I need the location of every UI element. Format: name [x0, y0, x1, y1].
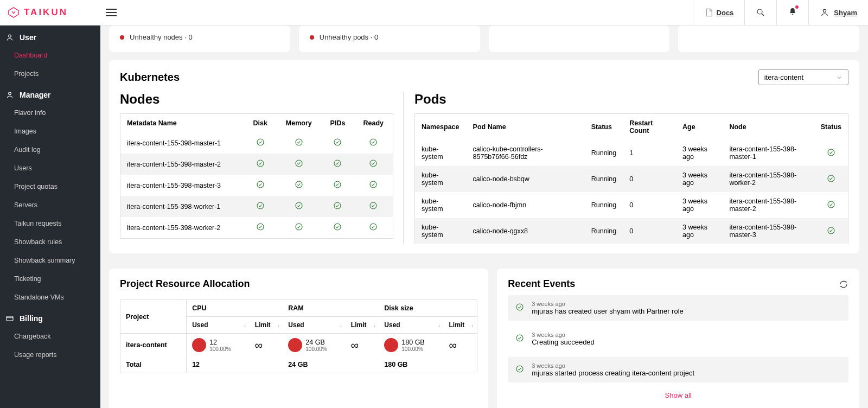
sidebar-item-projects[interactable]: Projects [0, 65, 100, 83]
pods-section: Pods NamespacePod NameStatusRestart Coun… [414, 92, 848, 244]
user-menu[interactable]: Shyam [808, 0, 868, 25]
group-icon [5, 314, 14, 323]
check-icon [515, 303, 524, 311]
event-time: 3 weeks ago [532, 362, 694, 369]
pod-ns: kube-system [415, 166, 467, 192]
cpu-pct: 100.00% [209, 346, 231, 352]
card-pods-health: Unhealthy pods · 0 [299, 25, 480, 52]
th-node-disk[interactable]: Disk [245, 114, 276, 133]
sidebar-item-usage-reports[interactable]: Usage reports [0, 346, 100, 364]
pod-status: Running [585, 166, 623, 192]
alloc-total-row: Total 12 24 GB 180 GB [120, 356, 477, 373]
group-icon [5, 91, 14, 99]
pod-row[interactable]: kube-systemcalico-node-bsbqwRunning03 we… [415, 166, 848, 192]
sidebar-group-user[interactable]: User [0, 25, 100, 46]
disk-used: 180 GB [401, 339, 424, 346]
th-pod-age[interactable]: Age [676, 114, 723, 141]
sidebar-item-project-quotas[interactable]: Project quotas [0, 177, 100, 196]
namespace-select[interactable]: itera-content [758, 69, 848, 85]
sidebar-item-dashboard[interactable]: Dashboard [0, 46, 100, 65]
event-item[interactable]: 3 weeks agoCreating succeeded [508, 326, 848, 352]
th-node-metadata-name[interactable]: Metadata Name [120, 114, 245, 133]
kubernetes-panel: Kubernetes itera-content Nodes Metadata … [109, 60, 859, 253]
th-node-pids[interactable]: PIDs [321, 114, 354, 133]
sidebar-item-users[interactable]: Users [0, 159, 100, 177]
sidebar-group-billing[interactable]: Billing [0, 307, 100, 327]
sidebar-item-showback-rules[interactable]: Showback rules [0, 233, 100, 251]
check-icon [827, 226, 835, 235]
th-cpu: CPU [187, 300, 283, 317]
th-ram-used[interactable]: Used↓ [283, 317, 346, 334]
docs-link[interactable]: Docs [693, 0, 744, 25]
sidebar-item-images[interactable]: Images [0, 122, 100, 141]
th-cpu-used[interactable]: Used↓ [187, 317, 250, 334]
th-ram-limit[interactable]: Limit↓ [346, 317, 379, 334]
th-pod-node[interactable]: Node [723, 114, 814, 141]
pod-row[interactable]: kube-systemcalico-node-qgxx8Running03 we… [415, 218, 848, 244]
th-node-memory[interactable]: Memory [276, 114, 321, 133]
status-dot-icon [120, 35, 124, 40]
node-name: itera-content-155-398-master-3 [120, 175, 245, 196]
pods-title: Pods [414, 92, 848, 107]
sidebar-item-flavor-info[interactable]: Flavor info [0, 104, 100, 122]
node-row[interactable]: itera-content-155-398-worker-1 [120, 196, 393, 217]
menu-toggle-icon[interactable] [106, 7, 117, 18]
check-icon [827, 174, 835, 183]
chevron-down-icon [836, 74, 843, 81]
th-pod-status[interactable]: Status [585, 114, 623, 141]
pod-ns: kube-system [415, 218, 467, 244]
main-content: Unhealthy nodes · 0 Unhealthy pods · 0 K… [100, 25, 868, 408]
search-button[interactable] [744, 0, 776, 25]
event-item[interactable]: 3 weeks agomjuras started process creati… [508, 357, 848, 382]
sidebar-group-manager[interactable]: Manager [0, 83, 100, 104]
th-node-ready[interactable]: Ready [354, 114, 393, 133]
event-time: 3 weeks ago [532, 331, 595, 338]
sidebar-item-showback-summary[interactable]: Showback summary [0, 251, 100, 270]
k8s-title: Kubernetes [120, 71, 180, 84]
sidebar-item-servers[interactable]: Servers [0, 196, 100, 214]
check-icon [256, 138, 265, 146]
event-item[interactable]: 3 weeks agomjuras has created user shyam… [508, 295, 848, 321]
node-row[interactable]: itera-content-155-398-master-3 [120, 175, 393, 196]
check-icon [369, 222, 378, 231]
pod-row[interactable]: kube-systemcalico-node-fbjmnRunning03 we… [415, 192, 848, 218]
pod-rc: 0 [623, 166, 676, 192]
th-disk-limit[interactable]: Limit↓ [444, 317, 477, 334]
th-pod-restart-count[interactable]: Restart Count [623, 114, 676, 141]
show-all-link[interactable]: Show all [665, 391, 692, 399]
pod-node: itera-content-155-398-master-1 [723, 140, 814, 166]
th-disk-used[interactable]: Used↓ [379, 317, 443, 334]
total-disk: 180 GB [379, 356, 477, 373]
search-icon [756, 8, 765, 17]
sidebar-item-taikun-requests[interactable]: Taikun requests [0, 214, 100, 233]
pod-row[interactable]: kube-systemcalico-kube-controllers-8575b… [415, 140, 848, 166]
unhealthy-nodes-label: Unhealthy nodes · 0 [130, 33, 193, 41]
check-icon [369, 138, 378, 146]
th-pod-status[interactable]: Status [814, 114, 848, 141]
node-row[interactable]: itera-content-155-398-worker-2 [120, 217, 393, 239]
th-cpu-limit[interactable]: Limit↓ [250, 317, 283, 334]
node-name: itera-content-155-398-master-2 [120, 154, 245, 175]
sidebar-item-chargeback[interactable]: Chargeback [0, 327, 100, 346]
notification-dot [795, 5, 799, 9]
sidebar: UserDashboardProjectsManagerFlavor infoI… [0, 25, 100, 408]
node-row[interactable]: itera-content-155-398-master-2 [120, 154, 393, 175]
nodes-table: Metadata NameDiskMemoryPIDsReady itera-c… [120, 113, 393, 239]
total-cpu: 12 [187, 356, 283, 373]
sidebar-item-standalone-vms[interactable]: Standalone VMs [0, 288, 100, 307]
th-project[interactable]: Project [120, 300, 187, 334]
th-pod-pod-name[interactable]: Pod Name [467, 114, 585, 141]
pod-rc: 0 [623, 192, 676, 218]
th-pod-namespace[interactable]: Namespace [415, 114, 467, 141]
sidebar-item-ticketing[interactable]: Ticketing [0, 270, 100, 288]
sidebar-item-audit-log[interactable]: Audit log [0, 141, 100, 159]
disk-pct: 100.00% [401, 346, 424, 352]
notifications-button[interactable] [776, 0, 808, 25]
pod-name: calico-kube-controllers-8575b76f66-56fdz [467, 140, 585, 166]
pod-age: 3 weeks ago [676, 192, 723, 218]
node-row[interactable]: itera-content-155-398-master-1 [120, 132, 393, 154]
pod-name: calico-node-bsbqw [467, 166, 585, 192]
event-msg: Creating succeeded [532, 338, 595, 346]
refresh-icon[interactable] [839, 279, 848, 289]
logo[interactable]: TAIKUN [0, 0, 100, 25]
